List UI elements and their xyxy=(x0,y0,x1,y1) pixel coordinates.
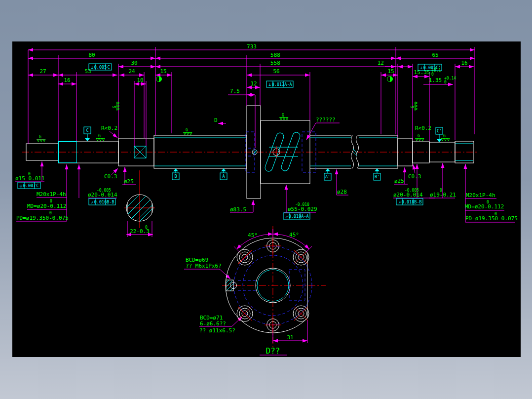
callout-chamfer-right: C0.3 xyxy=(408,173,421,180)
callout-chamfer-left: C0.3 xyxy=(104,173,117,180)
datum-letter: B xyxy=(174,174,177,179)
dim-16-left: 16 xyxy=(64,77,70,83)
finish-letter: G xyxy=(411,106,415,108)
fcf-value: 0.005 xyxy=(423,65,436,70)
fcf-perpendicularity-left: ⊥ 0.005 C xyxy=(89,64,112,70)
callout-hole-note: 6-ø6.6?? xyxy=(200,320,226,327)
fcf-symbol: ⊥ xyxy=(91,65,93,70)
dim-56: 56 xyxy=(273,68,279,75)
dim-75: 7.5 xyxy=(230,88,240,94)
callout-dia25-right: ø25 xyxy=(394,178,404,184)
callout-thread-right: M20x1P-4h xyxy=(466,192,495,199)
fcf-value: 0.018 xyxy=(402,200,415,204)
fcf-datum: A-A xyxy=(301,214,308,219)
dim-15-left: 15 xyxy=(160,68,166,75)
dim-80: 80 xyxy=(88,52,95,58)
fcf-runout-left: ↗ 0.016 B-B xyxy=(89,199,115,205)
callout-cbore-note: ?? ø11x6.5? xyxy=(199,327,235,334)
dim-24: 24 xyxy=(128,68,135,75)
fcf-perpendicularity-mid: ⊥ 0.013 A-A xyxy=(266,81,293,87)
callout-note: ?????? xyxy=(316,117,336,123)
fcf-perpendicularity-right: ⊥ 0.005 C' xyxy=(418,64,442,71)
bolt-hole-crossed xyxy=(293,306,309,321)
fcf-datum: C' xyxy=(436,65,441,70)
datum-letter: C' xyxy=(437,128,442,133)
callout-dia20-right: ø20-0.014 xyxy=(393,192,423,198)
fcf-symbol: ↗ xyxy=(285,214,288,219)
dim-12-mid: 12 xyxy=(250,80,257,87)
datum-letter: A xyxy=(222,174,225,179)
callout-thread-left: M20x1P-4h xyxy=(37,191,66,198)
dim-30: 30 xyxy=(131,60,137,66)
dim-135: 1.35 xyxy=(429,77,442,83)
dim-65: 65 xyxy=(432,52,438,58)
view-title: D?? xyxy=(266,346,280,356)
callout-pd-left: PD=ø19.350-0.075 xyxy=(16,215,69,221)
fcf-concentricity-left: ◎ 0.007 C xyxy=(18,182,40,189)
callout-dia55: ø55-0.029 xyxy=(288,206,317,212)
view-direction-label: D xyxy=(214,117,218,123)
callout-dia28: ø28 xyxy=(337,189,347,195)
finish-letter: G xyxy=(39,135,41,139)
fcf-symbol: ⊥ xyxy=(420,65,422,70)
bolt-hole-crossed xyxy=(237,306,253,321)
dim-53: 53 xyxy=(84,68,91,75)
fcf-runout-mid: ↗ 0.019 A-A xyxy=(283,213,310,219)
dim-10: 10 xyxy=(137,77,143,83)
fcf-datum: A-A xyxy=(284,82,292,87)
callout-dia15: ø15-0.011 xyxy=(15,175,45,182)
finish-letter: G xyxy=(418,134,420,138)
finish-letter: G xyxy=(443,134,446,138)
fcf-symbol: ↗ xyxy=(398,200,401,204)
callout-dia25-left: ø25 xyxy=(124,178,134,185)
fcf-value: 0.019 xyxy=(289,214,302,219)
finish-letter: G xyxy=(282,113,284,118)
fcf-symbol: ↗ xyxy=(91,200,93,204)
fcf-value: 0.005 xyxy=(94,65,107,70)
dim-45-left: 45° xyxy=(248,232,258,239)
fcf-datum: C xyxy=(107,65,110,70)
fcf-datum: B-B xyxy=(414,200,421,204)
fcf-value: 0.007 xyxy=(23,183,36,188)
callout-radius-right: R<0.2 xyxy=(415,125,431,131)
finish-letter: G xyxy=(186,128,188,132)
dim-12-right: 12 xyxy=(378,60,384,66)
dim-total: 733 xyxy=(247,43,257,50)
dim-588: 588 xyxy=(270,52,280,58)
callout-radius-left: R<0.2 xyxy=(101,125,117,131)
drawing-sheet: 733 80 588 65 30 558 12 16 27 53 24 15 5… xyxy=(0,0,532,399)
callout-dia835: ø83.5 xyxy=(230,206,246,213)
dim-558: 558 xyxy=(270,60,280,66)
callout-pd-right: PD=ø19.350-0.075 xyxy=(465,215,518,222)
callout-dia20-left: ø20-0.014 xyxy=(88,192,117,198)
dim-31: 31 xyxy=(287,334,293,341)
fcf-symbol: ◎ xyxy=(20,183,22,188)
datum-letter: C xyxy=(86,128,88,133)
finish-letter: G xyxy=(113,106,117,108)
datum-letter: B' xyxy=(375,174,380,179)
fcf-value: 0.016 xyxy=(94,200,107,204)
fcf-value: 0.013 xyxy=(272,82,285,87)
dim-1535-sub: 0 xyxy=(431,72,434,77)
fcf-datum: B-B xyxy=(107,200,114,204)
fcf-symbol: ⊥ xyxy=(268,82,271,87)
callout-md-right: MD=ø20-0.112 xyxy=(465,203,504,210)
callout-dia19: ø19-0.21 xyxy=(430,192,456,198)
fcf-runout-right: ↗ 0.018 B-B xyxy=(396,199,423,205)
datum-letter: A' xyxy=(325,174,330,179)
fcf-datum: C xyxy=(36,183,38,188)
dim-135-sub: 0 xyxy=(444,80,447,84)
dim-27: 27 xyxy=(39,68,46,75)
callout-md-left: MD=ø20-0.112 xyxy=(27,203,66,209)
dim-22-sup: 0 xyxy=(145,225,148,230)
cad-viewer-window: 733 80 588 65 30 558 12 16 27 53 24 15 5… xyxy=(0,0,532,399)
dim-15-right: 15 xyxy=(387,68,394,75)
callout-tap-note: ?? M6x1Px6? xyxy=(186,263,222,269)
dim-16-right: 16 xyxy=(461,60,467,66)
finish-letter: G xyxy=(98,134,101,138)
